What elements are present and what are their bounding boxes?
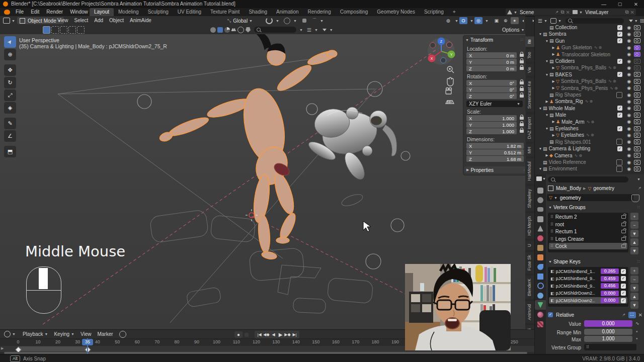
- selectability-checkbox[interactable]: ✓: [617, 106, 622, 111]
- outliner-display-mode-icon[interactable]: ☰: [538, 18, 542, 24]
- dimensions-z-field[interactable]: Z1.68 m: [466, 156, 524, 162]
- outliner-row-video-reference[interactable]: ▤Video Reference◉: [535, 159, 644, 165]
- lock-open-icon[interactable]: [621, 230, 626, 233]
- properties-tab-object[interactable]: [535, 252, 546, 262]
- selectability-checkbox[interactable]: ✓: [617, 38, 622, 43]
- selectability-checkbox[interactable]: ✓: [617, 32, 622, 37]
- shape-key-mute-checkbox[interactable]: ✓: [621, 291, 626, 296]
- shape-key-item[interactable]: ◧pJCMShldrDown2...0.000✓: [549, 297, 627, 304]
- outliner-row-rig-shapes-001[interactable]: ▤Rig Shapes.001◉: [535, 139, 644, 145]
- camera-view-icon[interactable]: [446, 88, 452, 95]
- pin-icon[interactable]: 📌︎: [554, 10, 558, 15]
- disclosure-down-icon[interactable]: ▼: [544, 73, 549, 76]
- workspace-tab-shading[interactable]: Shading: [244, 8, 272, 16]
- disable-render-icon[interactable]: [634, 52, 640, 57]
- rotation-y-field[interactable]: Y0°: [466, 86, 517, 93]
- disable-render-icon[interactable]: [634, 38, 640, 43]
- sidebar-tab-screencast-ke[interactable]: Screencast Ke: [525, 78, 534, 112]
- sidebar-tab-hd-morph[interactable]: HD Morph: [525, 213, 534, 239]
- select-tweak-icon[interactable]: [43, 26, 50, 34]
- selectability-checkbox[interactable]: ✓: [617, 25, 622, 30]
- selectability-checkbox[interactable]: ✓: [617, 59, 622, 64]
- disclosure-down-icon[interactable]: ▼: [544, 113, 549, 117]
- workspace-tab-texture-paint[interactable]: Texture Paint: [206, 8, 244, 16]
- scene-selector[interactable]: ▼ Scene 📌︎ ⧉ ✕: [506, 9, 572, 16]
- disable-render-icon[interactable]: [634, 72, 640, 77]
- lock-icon[interactable]: [520, 123, 524, 126]
- next-keyframe-icon[interactable]: ▶◆: [284, 331, 291, 338]
- workspace-tab-sculpting[interactable]: Sculpting: [143, 8, 173, 16]
- sidebar-tab-vie[interactable]: Vie: [525, 64, 534, 76]
- move-group-up-button[interactable]: ▲: [630, 238, 638, 246]
- shape-key-mute-checkbox[interactable]: ✓: [621, 284, 626, 289]
- properties-tab-scene[interactable]: [535, 224, 546, 233]
- disclosure-right-icon[interactable]: ▶: [551, 46, 556, 50]
- lock-icon[interactable]: [520, 95, 524, 98]
- shading-material-icon[interactable]: ◐: [520, 17, 528, 24]
- max-field[interactable]: 1.000: [584, 336, 632, 342]
- navigation-gizmo[interactable]: Z Y X: [428, 38, 455, 65]
- disable-render-icon[interactable]: [634, 113, 640, 118]
- viewport-menu-add[interactable]: Add: [91, 16, 106, 25]
- jump-to-start-icon[interactable]: |◀: [256, 331, 263, 338]
- viewport-menu-select[interactable]: Select: [71, 16, 92, 25]
- shape-key-item[interactable]: ◧pJCMShinBend_9...0.459✓: [549, 276, 627, 282]
- timeline-menu-view[interactable]: View: [77, 330, 95, 339]
- hide-viewport-icon[interactable]: ◉: [627, 25, 631, 30]
- view-layer-selector[interactable]: ▼ ViewLayer ⧉ ✕: [571, 9, 636, 16]
- show-gizmo-icon[interactable]: ⛭: [459, 17, 467, 24]
- hide-viewport-icon[interactable]: ◉: [627, 45, 631, 50]
- globe-icon[interactable]: [237, 27, 244, 33]
- remove-layer-icon[interactable]: ✕: [630, 10, 634, 15]
- outliner-row-translocator-skeleton[interactable]: ▶♟Translocator Skeleton◉: [535, 51, 644, 58]
- shape-key-value[interactable]: 0.456: [601, 283, 619, 289]
- dimensions-y-field[interactable]: Y0.512 m: [466, 149, 524, 155]
- disable-render-icon[interactable]: [634, 32, 640, 37]
- axis-z-neg-handle[interactable]: [441, 58, 446, 63]
- disclosure-down-icon[interactable]: ▼: [538, 32, 543, 36]
- sidebar-tab-mh[interactable]: MH: [525, 144, 534, 156]
- selectability-checkbox[interactable]: ✓: [617, 113, 622, 118]
- shape-key-item[interactable]: ◧pJCMShinBend_1...0.265✓: [549, 268, 627, 275]
- viewport-menu-view[interactable]: View: [54, 16, 71, 25]
- blender-menu-icon[interactable]: [4, 10, 10, 15]
- hide-viewport-icon[interactable]: ◉: [627, 133, 631, 138]
- disable-render-icon[interactable]: [634, 85, 640, 90]
- scale-x-field[interactable]: X1.000: [466, 115, 517, 121]
- delete-scene-icon[interactable]: ✕: [566, 10, 570, 15]
- disclosure-right-icon[interactable]: ▶: [551, 79, 556, 83]
- hide-viewport-icon[interactable]: ◉: [627, 126, 631, 131]
- lock-icon[interactable]: [520, 88, 524, 91]
- disable-render-icon[interactable]: [634, 25, 640, 30]
- breadcrumb-data[interactable]: geometry: [593, 186, 614, 191]
- disclosure-right-icon[interactable]: ▶: [544, 153, 549, 157]
- scale-y-field[interactable]: Y1.000: [466, 122, 517, 128]
- workspace-tab-animation[interactable]: Animation: [272, 8, 303, 16]
- select-paint-icon[interactable]: [77, 26, 85, 34]
- hide-viewport-icon[interactable]: ◉: [627, 72, 631, 77]
- record-options[interactable]: [245, 333, 249, 337]
- selectability-checkbox[interactable]: [616, 159, 622, 165]
- vertex-groups-header[interactable]: ▼ Vertex Groups ∷: [547, 205, 642, 210]
- lock-icon[interactable]: [520, 54, 524, 57]
- tool-measure-button[interactable]: ∠: [4, 130, 16, 142]
- brush-icon[interactable]: [246, 27, 251, 33]
- lock-icon[interactable]: [520, 60, 524, 63]
- lock-icon[interactable]: [520, 130, 524, 133]
- sidebar-tab-hairmodul[interactable]: HairModul: [525, 158, 534, 184]
- hide-viewport-icon[interactable]: ◉: [627, 59, 631, 64]
- outliner-search-input[interactable]: [566, 18, 624, 24]
- disclosure-down-icon[interactable]: ▼: [544, 39, 549, 43]
- rotation-z-field[interactable]: Z0°: [466, 93, 517, 99]
- outliner-row-collection[interactable]: ▤Collection✓◉: [535, 24, 644, 31]
- selectability-checkbox[interactable]: [616, 92, 622, 98]
- properties-tab-tool[interactable]: [535, 186, 546, 195]
- close-button[interactable]: ✕: [628, 2, 644, 7]
- timeline-editor-icon[interactable]: [4, 331, 11, 337]
- tool-rotate-button[interactable]: ↻: [4, 77, 16, 88]
- shading-wireframe-icon[interactable]: ⊕: [502, 17, 510, 24]
- shape-key-item[interactable]: ◧pJCMShinBend_9...0.456✓: [549, 283, 627, 289]
- outliner-filter-icon[interactable]: [629, 20, 633, 22]
- hide-viewport-icon[interactable]: ◉: [627, 139, 631, 144]
- vertex-group-field[interactable]: ⠿: [584, 344, 636, 350]
